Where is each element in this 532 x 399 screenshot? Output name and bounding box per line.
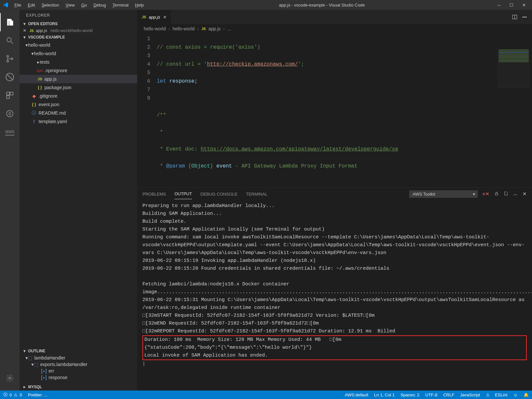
- mysql-header[interactable]: MYSQL: [20, 383, 137, 391]
- file-item[interactable]: JSapp.js: [20, 75, 137, 83]
- status-spaces[interactable]: Spaces: 2: [400, 392, 419, 397]
- folder-item[interactable]: hello-world: [20, 49, 137, 58]
- close-icon[interactable]: ✕: [523, 191, 527, 197]
- menu-file[interactable]: File: [11, 3, 24, 8]
- outline-item[interactable]: ⬚lambdaHandler: [20, 355, 137, 361]
- more-icon[interactable]: •••: [522, 15, 527, 20]
- panel-tab-problems[interactable]: PROBLEMS: [142, 189, 166, 199]
- workspace-name: VSCODE-EXAMPLE: [28, 35, 65, 40]
- code-editor[interactable]: 12345678 // const axios = require('axios…: [137, 33, 532, 187]
- open-editor-path: hello-world\hello-world: [50, 28, 92, 33]
- outline-item[interactable]: [∘]response: [20, 374, 137, 381]
- menu-view[interactable]: View: [62, 3, 78, 8]
- minimize-icon[interactable]: ─: [497, 3, 501, 8]
- file-label: .gitignore: [39, 93, 57, 99]
- git-icon: ◆: [31, 93, 37, 99]
- output-line: 2019-06-22 09:15:19 Invoking app.lambdaH…: [142, 257, 527, 265]
- status-eslint[interactable]: ⚠ ESLint: [486, 392, 508, 397]
- open-editors-header[interactable]: OPEN EDITORS: [20, 20, 137, 27]
- panel-tab-terminal[interactable]: TERMINAL: [246, 189, 267, 199]
- breadcrumb[interactable]: hello-world› hello-world› JS app.js› ...: [137, 24, 532, 33]
- activity-extensions[interactable]: [0, 86, 20, 104]
- panel-tab-debug[interactable]: DEBUG CONSOLE: [201, 189, 237, 199]
- activity-aws[interactable]: aws: [0, 123, 20, 141]
- output-line: Running command: sam local invoke awsToo…: [142, 233, 527, 257]
- code-line: @param: [166, 163, 185, 169]
- activity-explorer[interactable]: [0, 13, 20, 31]
- menu-terminal[interactable]: Terminal: [109, 3, 132, 8]
- menu-help[interactable]: Help: [132, 3, 147, 8]
- close-icon[interactable]: ✕: [163, 15, 166, 20]
- menu-go[interactable]: Go: [78, 3, 90, 8]
- status-encoding[interactable]: UTF-8: [425, 392, 437, 397]
- file-item[interactable]: !template.yaml: [20, 117, 137, 126]
- minimap[interactable]: [497, 49, 530, 88]
- status-prettier[interactable]: Prettier: ...: [28, 392, 47, 397]
- outline-label: response: [49, 375, 68, 380]
- folder-item[interactable]: hello-world: [20, 41, 137, 49]
- menu-edit[interactable]: Edit: [24, 3, 38, 8]
- mysql-label: MYSQL: [28, 385, 42, 389]
- editor-tab-appjs[interactable]: JS app.js ✕: [137, 10, 171, 24]
- code-line: let: [157, 78, 166, 84]
- close-icon[interactable]: ✕: [23, 28, 27, 33]
- file-label: README.md: [39, 110, 66, 116]
- status-bell-icon[interactable]: 🔔: [524, 392, 529, 397]
- file-item[interactable]: ◆.gitignore: [20, 92, 137, 100]
- info-icon: ⓘ: [31, 110, 37, 116]
- menu-debug[interactable]: Debug: [90, 3, 109, 8]
- open-log-icon[interactable]: [504, 191, 508, 197]
- outline-item[interactable]: ⬚exports.lambdaHandler: [20, 361, 137, 368]
- activity-scm[interactable]: [0, 50, 20, 68]
- output-line: □[32mREPORT RequestId: 52fdfc07-2182-154…: [142, 327, 527, 335]
- file-item[interactable]: ⓘREADME.md: [20, 109, 137, 117]
- open-editor-item[interactable]: ✕ JS app.js hello-world\hello-world: [20, 27, 137, 34]
- clear-output-icon[interactable]: ≡✕: [482, 191, 490, 197]
- outline-label: exports.lambdaHandler: [40, 362, 88, 367]
- breadcrumb-segment[interactable]: hello-world: [144, 26, 166, 31]
- file-label: app.js: [44, 76, 56, 82]
- breadcrumb-segment[interactable]: hello-world: [172, 26, 195, 31]
- activity-search[interactable]: [0, 31, 20, 50]
- file-tree: hello-world hello-world testsnpm.npmigno…: [20, 41, 137, 126]
- chevron-down-icon: [23, 35, 26, 40]
- activity-debug[interactable]: [0, 68, 20, 86]
- status-aws[interactable]: AWS:default: [345, 392, 368, 397]
- code-line: http://checkip.amazonaws.com/: [207, 61, 298, 67]
- split-editor-icon[interactable]: [512, 14, 518, 20]
- js-icon: JS: [37, 77, 43, 81]
- output-channel-select[interactable]: AWS Toolkit: [409, 190, 478, 198]
- activity-settings[interactable]: [0, 369, 20, 387]
- status-problems[interactable]: ⓧ0 ⚠0: [3, 392, 22, 398]
- menu-selection[interactable]: Selection: [38, 3, 62, 8]
- variable-icon: [∘]: [41, 375, 47, 380]
- folder-item[interactable]: tests: [20, 58, 137, 66]
- code-content[interactable]: // const axios = require('axios') // con…: [157, 35, 532, 187]
- status-language[interactable]: JavaScript: [460, 392, 480, 397]
- line-gutter: 12345678: [137, 35, 157, 187]
- chevron-icon: [31, 51, 34, 56]
- menu-bar: File Edit Selection View Go Debug Termin…: [11, 3, 147, 8]
- json-icon: { }: [31, 102, 37, 107]
- file-item[interactable]: { }package.json: [20, 83, 137, 92]
- output-body[interactable]: Preparing to run app.lambdaHandler local…: [137, 200, 532, 391]
- breadcrumb-segment[interactable]: ...: [227, 26, 231, 31]
- status-eol[interactable]: CRLF: [443, 392, 454, 397]
- svg-rect-8: [10, 92, 13, 95]
- panel-tab-output[interactable]: OUTPUT: [174, 189, 192, 199]
- file-item[interactable]: npm.npmignore: [20, 66, 137, 75]
- code-line: {: [185, 163, 191, 169]
- outline-item[interactable]: [∘]err: [20, 368, 137, 374]
- maximize-icon[interactable]: ☐: [509, 3, 514, 8]
- lock-scroll-icon[interactable]: [494, 191, 499, 197]
- outline-header[interactable]: OUTLINE: [20, 347, 137, 355]
- breadcrumb-segment[interactable]: app.js: [208, 26, 220, 31]
- close-icon[interactable]: ✕: [522, 3, 526, 8]
- status-position[interactable]: Ln 1, Col 1: [374, 392, 395, 397]
- activity-liveshare[interactable]: [0, 104, 20, 123]
- chevron-up-icon[interactable]: ︿: [513, 191, 518, 197]
- status-feedback-icon[interactable]: ☺: [513, 392, 518, 397]
- vscode-icon: [3, 2, 8, 8]
- workspace-header[interactable]: VSCODE-EXAMPLE: [20, 34, 137, 41]
- file-item[interactable]: { }event.json: [20, 100, 137, 109]
